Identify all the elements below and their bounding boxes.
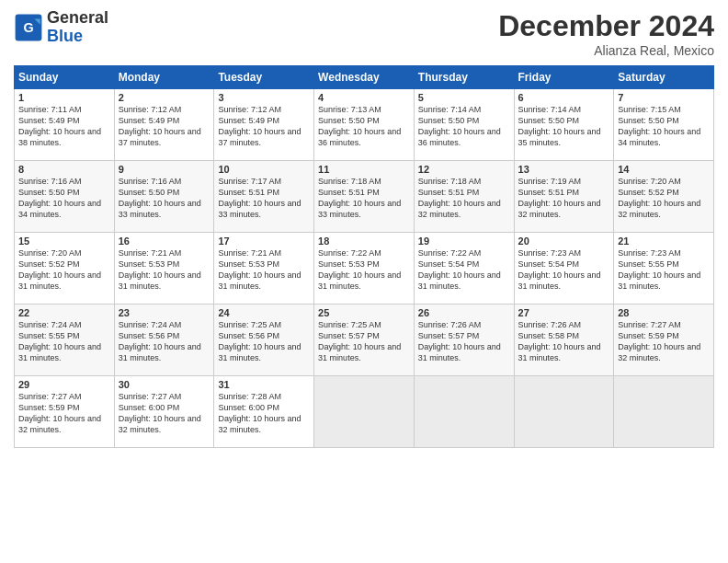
day-number: 5 <box>418 92 510 103</box>
day-info: Sunrise: 7:22 AM Sunset: 5:54 PM Dayligh… <box>418 247 510 293</box>
day-info: Sunrise: 7:20 AM Sunset: 5:52 PM Dayligh… <box>18 247 110 293</box>
calendar-cell: 29Sunrise: 7:27 AM Sunset: 5:59 PM Dayli… <box>15 376 115 448</box>
day-info: Sunrise: 7:24 AM Sunset: 5:55 PM Dayligh… <box>18 319 110 364</box>
day-info: Sunrise: 7:22 AM Sunset: 5:53 PM Dayligh… <box>318 247 410 293</box>
day-number: 2 <box>119 92 210 103</box>
day-info: Sunrise: 7:19 AM Sunset: 5:51 PM Dayligh… <box>518 176 610 221</box>
calendar-week-0: 1Sunrise: 7:11 AM Sunset: 5:49 PM Daylig… <box>15 89 714 161</box>
calendar-cell: 16Sunrise: 7:21 AM Sunset: 5:53 PM Dayli… <box>114 233 214 304</box>
calendar-cell: 20Sunrise: 7:23 AM Sunset: 5:54 PM Dayli… <box>514 233 614 304</box>
calendar-week-4: 29Sunrise: 7:27 AM Sunset: 5:59 PM Dayli… <box>15 376 714 448</box>
day-number: 13 <box>518 164 610 175</box>
calendar-cell: 26Sunrise: 7:26 AM Sunset: 5:57 PM Dayli… <box>414 304 514 376</box>
day-number: 3 <box>218 92 310 103</box>
calendar-cell: 11Sunrise: 7:18 AM Sunset: 5:51 PM Dayli… <box>314 161 415 233</box>
calendar-cell: 24Sunrise: 7:25 AM Sunset: 5:56 PM Dayli… <box>214 304 314 376</box>
day-info: Sunrise: 7:27 AM Sunset: 5:59 PM Dayligh… <box>618 319 710 364</box>
day-info: Sunrise: 7:28 AM Sunset: 6:00 PM Dayligh… <box>218 391 310 436</box>
day-number: 6 <box>518 92 610 103</box>
col-saturday: Saturday <box>614 66 714 89</box>
day-number: 26 <box>418 307 510 318</box>
day-number: 18 <box>318 236 410 247</box>
calendar-cell: 2Sunrise: 7:12 AM Sunset: 5:49 PM Daylig… <box>114 89 214 161</box>
day-info: Sunrise: 7:20 AM Sunset: 5:52 PM Dayligh… <box>618 176 710 221</box>
col-friday: Friday <box>514 66 614 89</box>
calendar-cell: 5Sunrise: 7:14 AM Sunset: 5:50 PM Daylig… <box>414 89 514 161</box>
day-info: Sunrise: 7:27 AM Sunset: 5:59 PM Dayligh… <box>18 391 110 436</box>
calendar-cell: 14Sunrise: 7:20 AM Sunset: 5:52 PM Dayli… <box>614 161 714 233</box>
day-info: Sunrise: 7:26 AM Sunset: 5:58 PM Dayligh… <box>518 319 610 364</box>
calendar-cell: 21Sunrise: 7:23 AM Sunset: 5:55 PM Dayli… <box>614 233 714 304</box>
col-sunday: Sunday <box>15 66 115 89</box>
header-row: Sunday Monday Tuesday Wednesday Thursday… <box>15 66 714 89</box>
calendar-cell: 25Sunrise: 7:25 AM Sunset: 5:57 PM Dayli… <box>314 304 415 376</box>
calendar-table: Sunday Monday Tuesday Wednesday Thursday… <box>14 65 714 448</box>
day-number: 14 <box>618 164 710 175</box>
calendar-cell: 23Sunrise: 7:24 AM Sunset: 5:56 PM Dayli… <box>114 304 214 376</box>
day-info: Sunrise: 7:25 AM Sunset: 5:56 PM Dayligh… <box>218 319 310 364</box>
day-info: Sunrise: 7:23 AM Sunset: 5:54 PM Dayligh… <box>518 247 610 293</box>
day-info: Sunrise: 7:27 AM Sunset: 6:00 PM Dayligh… <box>119 391 210 436</box>
calendar-cell <box>414 376 514 448</box>
logo-line2: Blue <box>47 28 108 46</box>
logo: G General Blue <box>14 9 108 46</box>
calendar-cell: 6Sunrise: 7:14 AM Sunset: 5:50 PM Daylig… <box>514 89 614 161</box>
calendar-cell <box>314 376 415 448</box>
calendar-cell: 30Sunrise: 7:27 AM Sunset: 6:00 PM Dayli… <box>114 376 214 448</box>
calendar-cell: 7Sunrise: 7:15 AM Sunset: 5:50 PM Daylig… <box>614 89 714 161</box>
day-info: Sunrise: 7:12 AM Sunset: 5:49 PM Dayligh… <box>119 104 210 149</box>
day-number: 7 <box>618 92 710 103</box>
calendar-cell: 9Sunrise: 7:16 AM Sunset: 5:50 PM Daylig… <box>114 161 214 233</box>
calendar-cell: 28Sunrise: 7:27 AM Sunset: 5:59 PM Dayli… <box>614 304 714 376</box>
day-info: Sunrise: 7:14 AM Sunset: 5:50 PM Dayligh… <box>418 104 510 149</box>
day-info: Sunrise: 7:15 AM Sunset: 5:50 PM Dayligh… <box>618 104 710 149</box>
calendar-container: G General Blue December 2024 Alianza Rea… <box>0 0 728 563</box>
day-info: Sunrise: 7:18 AM Sunset: 5:51 PM Dayligh… <box>318 176 410 221</box>
day-number: 8 <box>18 164 110 175</box>
title-block: December 2024 Alianza Real, Mexico <box>498 9 714 58</box>
day-info: Sunrise: 7:17 AM Sunset: 5:51 PM Dayligh… <box>218 176 310 221</box>
day-info: Sunrise: 7:12 AM Sunset: 5:49 PM Dayligh… <box>218 104 310 149</box>
calendar-cell: 3Sunrise: 7:12 AM Sunset: 5:49 PM Daylig… <box>214 89 314 161</box>
day-info: Sunrise: 7:21 AM Sunset: 5:53 PM Dayligh… <box>218 247 310 293</box>
calendar-cell: 12Sunrise: 7:18 AM Sunset: 5:51 PM Dayli… <box>414 161 514 233</box>
day-info: Sunrise: 7:26 AM Sunset: 5:57 PM Dayligh… <box>418 319 510 364</box>
calendar-week-2: 15Sunrise: 7:20 AM Sunset: 5:52 PM Dayli… <box>15 233 714 304</box>
calendar-week-3: 22Sunrise: 7:24 AM Sunset: 5:55 PM Dayli… <box>15 304 714 376</box>
day-number: 9 <box>119 164 210 175</box>
calendar-cell: 18Sunrise: 7:22 AM Sunset: 5:53 PM Dayli… <box>314 233 415 304</box>
day-number: 20 <box>518 236 610 247</box>
calendar-header: Sunday Monday Tuesday Wednesday Thursday… <box>15 66 714 89</box>
day-number: 15 <box>18 236 110 247</box>
month-title: December 2024 <box>498 9 714 43</box>
day-info: Sunrise: 7:16 AM Sunset: 5:50 PM Dayligh… <box>119 176 210 221</box>
day-number: 24 <box>218 307 310 318</box>
day-info: Sunrise: 7:14 AM Sunset: 5:50 PM Dayligh… <box>518 104 610 149</box>
day-info: Sunrise: 7:23 AM Sunset: 5:55 PM Dayligh… <box>618 247 710 293</box>
day-info: Sunrise: 7:21 AM Sunset: 5:53 PM Dayligh… <box>119 247 210 293</box>
calendar-cell: 19Sunrise: 7:22 AM Sunset: 5:54 PM Dayli… <box>414 233 514 304</box>
day-number: 30 <box>119 379 210 390</box>
day-info: Sunrise: 7:25 AM Sunset: 5:57 PM Dayligh… <box>318 319 410 364</box>
day-number: 17 <box>218 236 310 247</box>
day-number: 1 <box>18 92 110 103</box>
calendar-cell <box>514 376 614 448</box>
logo-icon: G <box>14 13 43 42</box>
calendar-cell: 27Sunrise: 7:26 AM Sunset: 5:58 PM Dayli… <box>514 304 614 376</box>
day-number: 12 <box>418 164 510 175</box>
day-info: Sunrise: 7:13 AM Sunset: 5:50 PM Dayligh… <box>318 104 410 149</box>
day-number: 10 <box>218 164 310 175</box>
col-wednesday: Wednesday <box>314 66 415 89</box>
calendar-week-1: 8Sunrise: 7:16 AM Sunset: 5:50 PM Daylig… <box>15 161 714 233</box>
calendar-cell: 1Sunrise: 7:11 AM Sunset: 5:49 PM Daylig… <box>15 89 115 161</box>
calendar-cell: 4Sunrise: 7:13 AM Sunset: 5:50 PM Daylig… <box>314 89 415 161</box>
col-thursday: Thursday <box>414 66 514 89</box>
calendar-cell: 17Sunrise: 7:21 AM Sunset: 5:53 PM Dayli… <box>214 233 314 304</box>
col-tuesday: Tuesday <box>214 66 314 89</box>
calendar-cell: 15Sunrise: 7:20 AM Sunset: 5:52 PM Dayli… <box>15 233 115 304</box>
calendar-cell: 8Sunrise: 7:16 AM Sunset: 5:50 PM Daylig… <box>15 161 115 233</box>
calendar-cell: 13Sunrise: 7:19 AM Sunset: 5:51 PM Dayli… <box>514 161 614 233</box>
day-number: 19 <box>418 236 510 247</box>
logo-line1: General <box>47 9 108 28</box>
day-number: 27 <box>518 307 610 318</box>
